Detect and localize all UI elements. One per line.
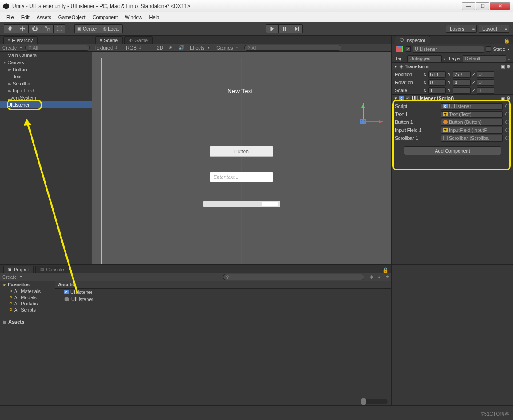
object-picker-icon[interactable] [505, 104, 510, 108]
hierarchy-search-input[interactable]: ⚲All [25, 45, 90, 51]
project-create-button[interactable]: Create [2, 274, 17, 280]
object-picker-icon[interactable] [505, 120, 510, 124]
fav-all-materials[interactable]: ⚲All Materials [0, 288, 55, 294]
hierarchy-content[interactable]: Main Camera ▼Canvas ▶Button Text ▶Scroll… [0, 52, 92, 264]
component-help-icon[interactable]: ▣ [500, 96, 505, 101]
pos-x-field[interactable]: 610 [428, 71, 446, 78]
menu-gameobject[interactable]: GameObject [55, 13, 89, 21]
object-picker-icon[interactable] [505, 128, 510, 132]
component-gear-icon[interactable]: ⚙ [506, 64, 511, 69]
scene-effects-dropdown[interactable]: Effects [190, 45, 204, 50]
filter-icon[interactable]: ◆ [370, 274, 373, 280]
pivot-center-button[interactable]: ▣Center [74, 24, 100, 33]
layers-dropdown[interactable]: Layers [446, 25, 477, 33]
pivot-local-button[interactable]: ◎Local [100, 24, 123, 33]
gameobject-active-checkbox[interactable]: ✓ [406, 46, 411, 52]
hand-tool-button[interactable] [4, 24, 16, 33]
project-content[interactable]: Assets CUIListener UIListener [55, 281, 391, 405]
console-tab[interactable]: ▤Console [35, 266, 69, 273]
rotate-tool-button[interactable] [28, 24, 41, 33]
project-search-input[interactable]: ⚲ [223, 274, 364, 280]
play-button[interactable] [266, 24, 278, 33]
component-gear-icon[interactable]: ⚙ [506, 96, 511, 101]
rot-x-field[interactable]: 0 [428, 79, 446, 86]
script-component-header[interactable]: ▼C✓UIListener (Script)▣⚙ [392, 94, 513, 102]
project-breadcrumb[interactable]: Assets [55, 281, 391, 289]
pause-button[interactable] [278, 24, 291, 33]
scale-x-field[interactable]: 1 [428, 87, 446, 94]
project-tab[interactable]: ▣Project [3, 266, 34, 273]
panel-lock-icon[interactable]: 🔒 [380, 267, 391, 273]
menu-file[interactable]: File [3, 13, 18, 21]
text1-field[interactable]: TText (Text) [441, 111, 503, 118]
transform-component-header[interactable]: ▼⊕Transform▣⚙ [392, 62, 513, 70]
fav-all-models[interactable]: ⚲All Models [0, 294, 55, 301]
menu-help[interactable]: Help [145, 13, 163, 21]
scene-tab[interactable]: #Scene [95, 36, 123, 44]
pos-z-field[interactable]: 0 [477, 71, 494, 78]
game-tab[interactable]: ◐Game [124, 36, 153, 44]
layer-dropdown[interactable]: Default [463, 55, 506, 62]
object-picker-icon[interactable] [505, 112, 510, 116]
maximize-button[interactable]: ☐ [476, 2, 489, 10]
button1-field[interactable]: Button (Button) [441, 119, 503, 126]
rot-z-field[interactable]: 0 [477, 79, 494, 86]
scale-y-field[interactable]: 1 [453, 87, 471, 94]
assets-folder[interactable]: Assets [8, 319, 24, 324]
object-picker-icon[interactable] [505, 136, 510, 140]
add-component-button[interactable]: Add Component [404, 146, 501, 155]
text1-label: Text 1 [395, 112, 439, 117]
minimize-button[interactable]: — [462, 2, 475, 10]
rot-y-field[interactable]: 0 [453, 79, 471, 86]
scene-button-element: Button [210, 146, 273, 157]
hierarchy-item-text[interactable]: Text [0, 73, 92, 80]
gameobject-static-checkbox[interactable] [486, 46, 491, 52]
filter-type-icon[interactable]: ● [378, 274, 381, 280]
script-field[interactable]: CUIListener [441, 103, 503, 110]
hierarchy-item-main-camera[interactable]: Main Camera [0, 52, 92, 59]
step-button[interactable] [291, 24, 303, 33]
fav-all-scripts[interactable]: ⚲All Scripts [0, 307, 55, 313]
menu-component[interactable]: Component [89, 13, 121, 21]
hierarchy-item-inputfield[interactable]: ▶InputField [0, 87, 92, 94]
move-tool-button[interactable] [16, 24, 28, 33]
project-tree[interactable]: ★Favorites ⚲All Materials ⚲All Models ⚲A… [0, 281, 55, 405]
inspector-lock-icon[interactable]: 🔒 [501, 38, 513, 44]
scene-2d-toggle[interactable]: 2D [157, 45, 163, 50]
close-button[interactable]: ✕ [490, 2, 510, 10]
save-search-icon[interactable]: ★ [385, 274, 390, 280]
layout-dropdown[interactable]: Layout [479, 25, 509, 33]
input1-field[interactable]: TInputField (InputF [441, 127, 503, 134]
menu-assets[interactable]: Assets [33, 13, 55, 21]
scroll1-field[interactable]: Scrollbar (Scrollba [441, 135, 503, 142]
menu-window[interactable]: Window [121, 13, 145, 21]
pos-y-field[interactable]: 277 [453, 71, 471, 78]
scene-gizmo[interactable] [360, 101, 382, 123]
scene-gizmos-dropdown[interactable]: Gizmos [216, 45, 233, 50]
project-icon-size-slider[interactable] [361, 399, 388, 404]
scale-tool-button[interactable] [41, 24, 53, 33]
hierarchy-item-eventsystem[interactable]: EventSystem [0, 94, 92, 101]
scale-z-field[interactable]: 1 [477, 87, 494, 94]
scene-search-input[interactable]: ⚲All [244, 45, 341, 51]
hierarchy-item-uilistener[interactable]: UIListener [0, 101, 92, 108]
scene-drawmode-dropdown[interactable]: Textured [94, 45, 113, 50]
hierarchy-item-button[interactable]: ▶Button [0, 66, 92, 73]
gameobject-name-field[interactable]: UIListener [413, 46, 484, 53]
hierarchy-item-canvas[interactable]: ▼Canvas [0, 59, 92, 66]
menu-edit[interactable]: Edit [18, 13, 33, 21]
hierarchy-create-button[interactable]: Create [2, 45, 17, 50]
hierarchy-item-scrollbar[interactable]: ▶Scrollbar [0, 80, 92, 87]
tag-dropdown[interactable]: Untagged [407, 55, 442, 62]
scene-rendermode-dropdown[interactable]: RGB [126, 45, 137, 50]
scene-light-toggle[interactable]: ☀ [168, 45, 173, 50]
inspector-tab[interactable]: ⓘInspector [395, 36, 430, 44]
asset-script-uilistener[interactable]: CUIListener [55, 289, 391, 296]
asset-scene-uilistener[interactable]: UIListener [55, 296, 391, 303]
rect-tool-button[interactable] [53, 24, 65, 33]
component-help-icon[interactable]: ▣ [500, 64, 505, 69]
scene-view[interactable]: New Text Button Enter text... [92, 52, 391, 264]
fav-all-prefabs[interactable]: ⚲All Prefabs [0, 301, 55, 307]
hierarchy-tab[interactable]: ≡Hierarchy [3, 36, 38, 44]
scene-audio-toggle[interactable]: 🔊 [178, 45, 184, 50]
